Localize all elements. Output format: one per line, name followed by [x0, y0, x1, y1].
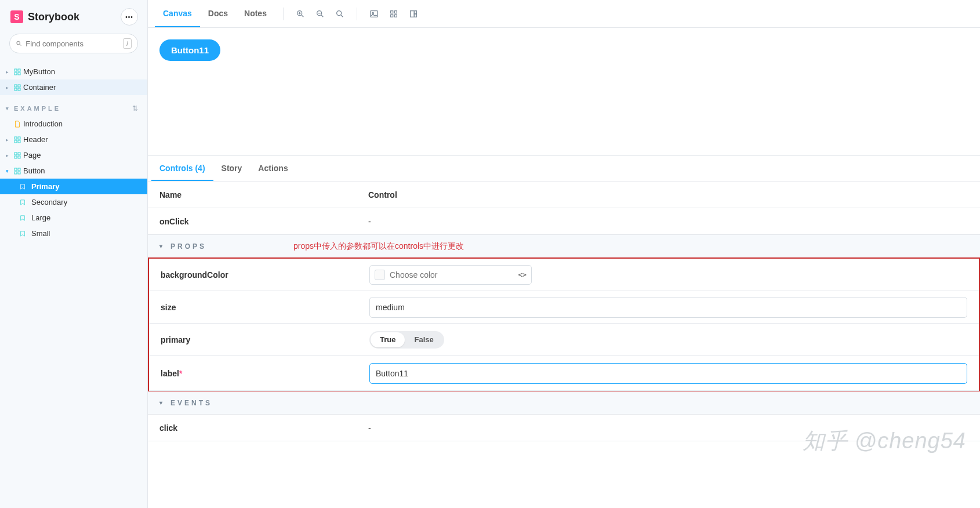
canvas-preview: Button11 [148, 28, 980, 155]
svg-rect-31 [371, 10, 378, 17]
tab-notes[interactable]: Notes [236, 0, 275, 27]
search-box[interactable]: / [9, 34, 138, 53]
sort-icon[interactable]: ⇅ [132, 104, 138, 113]
svg-rect-19 [18, 168, 20, 170]
bookmark-icon [20, 184, 26, 190]
addon-tab-controls[interactable]: Controls (4) [151, 156, 213, 181]
svg-rect-7 [18, 85, 20, 87]
svg-rect-33 [391, 10, 393, 13]
sidebar-story-secondary[interactable]: Secondary [0, 194, 147, 210]
brand: S Storybook [10, 10, 79, 23]
svg-rect-4 [14, 72, 17, 75]
sidebar-item-mybutton[interactable]: ▸ MyButton [0, 64, 147, 79]
svg-rect-11 [18, 137, 20, 139]
svg-rect-18 [14, 168, 17, 170]
document-icon [14, 121, 21, 128]
svg-rect-5 [18, 72, 20, 75]
svg-point-32 [372, 12, 374, 14]
zoom-out-icon[interactable] [311, 5, 329, 23]
header-control: Control [368, 190, 968, 199]
svg-line-30 [341, 15, 343, 17]
sidebar-item-introduction[interactable]: Introduction [0, 116, 147, 132]
sidebar-item-page[interactable]: ▸ Page [0, 147, 147, 163]
sidebar-story-small[interactable]: Small [0, 226, 147, 241]
tab-docs[interactable]: Docs [200, 0, 236, 27]
addon-tab-story[interactable]: Story [213, 156, 251, 181]
addon-tab-actions[interactable]: Actions [250, 156, 296, 181]
toolbar-tabs: Canvas Docs Notes [155, 0, 275, 27]
label-input[interactable] [369, 363, 967, 384]
swap-icon[interactable]: <> [518, 271, 527, 279]
control-value: - [368, 217, 968, 226]
tab-canvas[interactable]: Canvas [155, 0, 200, 27]
sidebar-header: S Storybook ••• [0, 0, 147, 34]
svg-rect-3 [18, 69, 20, 71]
required-star-icon: * [179, 369, 182, 378]
svg-line-25 [302, 15, 303, 17]
sidebar-item-label: Page [23, 151, 41, 159]
svg-rect-36 [394, 14, 397, 17]
props-highlight-box: backgroundColor Choose color <> size med… [148, 257, 980, 392]
primary-toggle[interactable]: True False [369, 331, 444, 349]
control-name: size [161, 303, 369, 312]
toggle-false[interactable]: False [405, 332, 442, 347]
header-name: Name [159, 190, 368, 199]
chevron-down-icon: ▾ [159, 243, 165, 249]
zoom-in-icon[interactable] [292, 5, 309, 23]
controls-header-row: Name Control [148, 182, 980, 208]
sidebar-item-label: Introduction [23, 119, 63, 128]
caret-icon: ▸ [6, 69, 12, 75]
search-input[interactable] [22, 39, 123, 48]
zoom-reset-icon[interactable] [331, 5, 349, 23]
sidebar-item-container[interactable]: ▸ Container [0, 79, 147, 95]
sidebar-item-label: Button [23, 166, 45, 175]
grid-icon[interactable] [385, 5, 402, 23]
svg-rect-9 [18, 88, 20, 90]
sidebar-item-header[interactable]: ▸ Header [0, 132, 147, 147]
sidebar-story-label: Secondary [31, 198, 67, 206]
component-icon [14, 84, 21, 91]
control-value: - [368, 423, 968, 433]
sidebar-story-primary[interactable]: Primary [0, 179, 147, 194]
svg-rect-35 [391, 14, 393, 17]
storybook-logo-icon: S [10, 10, 23, 23]
addon-tabs: Controls (4) Story Actions [148, 156, 980, 182]
svg-rect-21 [18, 172, 20, 174]
preview-button[interactable]: Button11 [159, 39, 220, 61]
section-props[interactable]: ▾ PROPS props中传入的参数都可以在controls中进行更改 [148, 235, 980, 258]
control-name: click [159, 423, 368, 433]
sidebar-item-button[interactable]: ▾ Button [0, 163, 147, 179]
control-row-label: label* [149, 356, 979, 391]
svg-line-1 [20, 44, 21, 45]
search-wrap: / [0, 34, 147, 61]
size-select[interactable]: medium [369, 297, 967, 318]
sidebar-story-label: Large [31, 213, 50, 222]
svg-rect-38 [414, 10, 416, 13]
main: Canvas Docs Notes Button11 Controls (4) … [148, 0, 980, 508]
sidebar-story-large[interactable]: Large [0, 210, 147, 226]
brand-name: Storybook [28, 11, 79, 23]
tree-section-example[interactable]: ▾ EXAMPLE ⇅ [0, 95, 147, 116]
control-name: label* [161, 369, 369, 378]
section-events[interactable]: ▾ EVENTS [148, 391, 980, 415]
caret-icon: ▸ [6, 153, 12, 158]
image-icon[interactable] [365, 5, 383, 23]
control-name: onClick [159, 217, 368, 226]
toggle-true[interactable]: True [371, 332, 405, 347]
component-icon [14, 168, 21, 175]
svg-rect-14 [14, 153, 17, 155]
svg-rect-20 [14, 172, 17, 174]
sidebar: S Storybook ••• / ▸ MyButton ▸ Container… [0, 0, 148, 508]
svg-rect-10 [14, 137, 17, 139]
svg-line-28 [321, 15, 323, 17]
svg-rect-15 [18, 153, 20, 155]
sidebar-item-label: Container [23, 83, 56, 92]
sidebar-item-label: Header [23, 135, 48, 144]
color-picker[interactable]: Choose color <> [369, 265, 532, 285]
outline-icon[interactable] [405, 5, 422, 23]
section-label: EXAMPLE [14, 105, 61, 112]
tree: ▸ MyButton ▸ Container ▾ EXAMPLE ⇅ Intro… [0, 61, 147, 241]
svg-rect-6 [14, 85, 17, 87]
controls-table: Name Control onClick - ▾ PROPS props中传入的… [148, 182, 980, 441]
menu-button[interactable]: ••• [121, 8, 138, 26]
